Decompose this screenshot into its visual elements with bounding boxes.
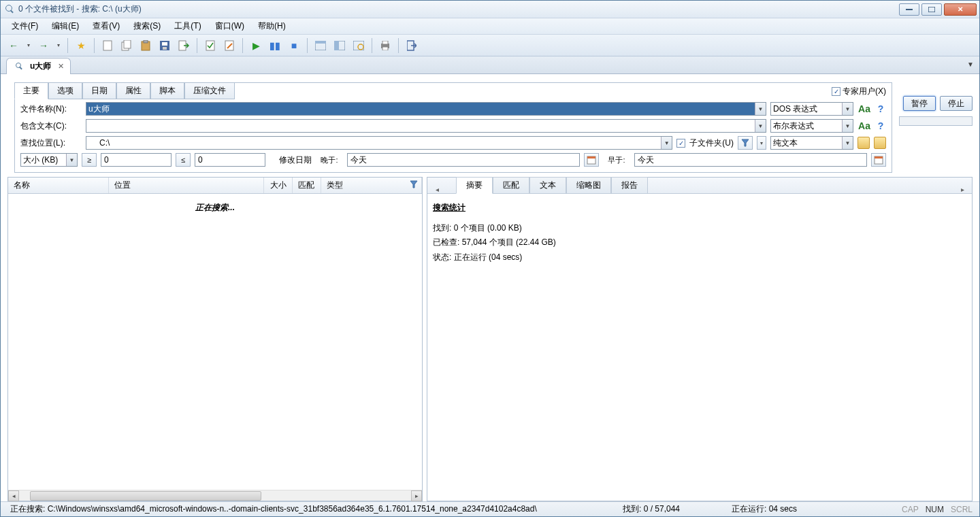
menu-help[interactable]: 帮助(H) bbox=[252, 18, 291, 34]
paste-button[interactable] bbox=[137, 37, 154, 54]
play-button[interactable]: ▶ bbox=[247, 37, 265, 54]
filter-menu[interactable]: ▾ bbox=[757, 136, 766, 150]
chevron-down-icon[interactable]: ▼ bbox=[842, 137, 853, 149]
size-unit-select[interactable]: 大小 (KB)▼ bbox=[20, 153, 78, 167]
maximize-button[interactable] bbox=[921, 3, 942, 16]
col-type[interactable]: 类型 bbox=[321, 178, 422, 193]
horizontal-scrollbar[interactable]: ◂ ▸ bbox=[8, 490, 422, 501]
chevron-down-icon[interactable]: ▼ bbox=[755, 120, 766, 132]
nav-forward-button[interactable]: → bbox=[35, 37, 52, 54]
calendar-icon[interactable] bbox=[584, 153, 599, 167]
save-button[interactable] bbox=[156, 37, 174, 54]
help-icon[interactable]: ? bbox=[875, 120, 886, 131]
scroll-left-icon[interactable]: ◂ bbox=[8, 490, 19, 501]
search-tab[interactable]: u大师 ✕ bbox=[6, 58, 71, 74]
nav-back-button[interactable]: ← bbox=[5, 37, 22, 54]
tab-options[interactable]: 选项 bbox=[48, 82, 82, 99]
tab-nav-left[interactable]: ◂ bbox=[431, 186, 442, 193]
tab-report[interactable]: 报告 bbox=[611, 177, 648, 194]
tab-thumb[interactable]: 缩略图 bbox=[566, 177, 611, 194]
calendar-icon[interactable] bbox=[871, 153, 886, 167]
expert-mode-checkbox[interactable]: ✓专家用户(X) bbox=[832, 86, 886, 97]
chevron-down-icon[interactable]: ▼ bbox=[842, 103, 853, 115]
size-min-op[interactable]: ≥ bbox=[82, 153, 97, 167]
title-bar[interactable]: 0 个文件被找到 - 搜索: C:\ (u大师) ✕ bbox=[1, 1, 979, 18]
close-button[interactable]: ✕ bbox=[944, 3, 977, 16]
scroll-thumb[interactable] bbox=[30, 491, 261, 501]
contains-expr-select[interactable]: 布尔表达式▼ bbox=[770, 119, 853, 133]
nav-back-menu[interactable]: ▾ bbox=[24, 37, 33, 54]
col-match[interactable]: 匹配 bbox=[293, 178, 321, 193]
tab-summary[interactable]: 摘要 bbox=[456, 177, 493, 194]
folder-icon[interactable] bbox=[858, 137, 870, 149]
favorite-button[interactable]: ★ bbox=[72, 37, 90, 54]
stop-search-button[interactable]: 停止 bbox=[940, 96, 973, 111]
doc-edit-button[interactable] bbox=[220, 37, 238, 54]
refresh-button[interactable] bbox=[350, 37, 368, 54]
chevron-down-icon[interactable]: ▼ bbox=[661, 137, 672, 149]
tab-menu-icon[interactable]: ▼ bbox=[967, 61, 974, 68]
print-button[interactable] bbox=[376, 37, 394, 54]
status-running: 正在运行: 04 secs bbox=[726, 503, 849, 515]
svg-rect-1 bbox=[928, 7, 935, 12]
case-toggle[interactable]: Aa bbox=[858, 103, 871, 114]
tab-date[interactable]: 日期 bbox=[82, 82, 116, 99]
help-icon[interactable]: ? bbox=[875, 103, 886, 114]
tab-text[interactable]: 文本 bbox=[529, 177, 566, 194]
export-button[interactable] bbox=[175, 37, 193, 54]
filename-expr-select[interactable]: DOS 表达式▼ bbox=[770, 102, 853, 116]
layout2-button[interactable] bbox=[331, 37, 348, 54]
pause-button[interactable]: ▮▮ bbox=[266, 37, 284, 54]
tab-main[interactable]: 主要 bbox=[14, 82, 48, 99]
menu-window[interactable]: 窗口(W) bbox=[210, 18, 250, 34]
scroll-right-icon[interactable]: ▸ bbox=[411, 490, 422, 501]
tab-script[interactable]: 脚本 bbox=[150, 82, 184, 99]
pause-search-button[interactable]: 暂停 bbox=[903, 96, 936, 111]
menu-edit[interactable]: 编辑(E) bbox=[46, 18, 84, 34]
subfolders-label: 子文件夹(U) bbox=[689, 137, 734, 149]
summary-heading: 搜索统计 bbox=[433, 201, 966, 216]
menu-view[interactable]: 查看(V) bbox=[87, 18, 125, 34]
new-doc-button[interactable] bbox=[99, 37, 116, 54]
date-later-input[interactable]: 今天 bbox=[347, 153, 580, 167]
menu-tools[interactable]: 工具(T) bbox=[169, 18, 206, 34]
tab-nav-right[interactable]: ▸ bbox=[957, 186, 968, 193]
lookin-expr-select[interactable]: 纯文本▼ bbox=[770, 136, 853, 150]
filename-input[interactable]: u大师▼ bbox=[86, 102, 766, 116]
nav-forward-menu[interactable]: ▾ bbox=[54, 37, 63, 54]
size-max-input[interactable]: 0 bbox=[195, 153, 265, 167]
svg-rect-14 bbox=[315, 41, 326, 44]
col-name[interactable]: 名称 bbox=[8, 178, 109, 193]
col-location[interactable]: 位置 bbox=[109, 178, 264, 193]
copy-button[interactable] bbox=[118, 37, 135, 54]
exit-button[interactable] bbox=[403, 37, 421, 54]
case-toggle[interactable]: Aa bbox=[858, 120, 871, 131]
app-icon bbox=[5, 4, 16, 15]
tab-match[interactable]: 匹配 bbox=[493, 177, 529, 194]
chevron-down-icon[interactable]: ▼ bbox=[66, 154, 77, 166]
doc-check-button[interactable] bbox=[201, 37, 219, 54]
menu-file[interactable]: 文件(F) bbox=[6, 18, 44, 34]
contains-input[interactable]: ▼ bbox=[86, 119, 766, 133]
minimize-button[interactable] bbox=[899, 3, 919, 16]
menu-search[interactable]: 搜索(S) bbox=[128, 18, 166, 34]
subfolders-checkbox[interactable]: ✓ bbox=[676, 139, 685, 148]
size-min-input[interactable]: 0 bbox=[101, 153, 172, 167]
size-max-op[interactable]: ≤ bbox=[176, 153, 191, 167]
tab-close-icon[interactable]: ✕ bbox=[56, 63, 65, 71]
tab-attrs[interactable]: 属性 bbox=[116, 82, 150, 99]
date-earlier-input[interactable]: 今天 bbox=[634, 153, 867, 167]
lookin-input[interactable]: C:\▼ bbox=[86, 136, 672, 150]
tab-archive[interactable]: 压缩文件 bbox=[184, 82, 235, 99]
details-pane: ◂ 摘要 匹配 文本 缩略图 报告 ▸ 搜索统计 找到: 0 个项目 (0.00… bbox=[427, 177, 973, 501]
layout1-button[interactable] bbox=[312, 37, 329, 54]
stop-button[interactable]: ■ bbox=[285, 37, 303, 54]
status-found: 找到: 0 / 57,044 bbox=[617, 503, 726, 515]
filter-button[interactable] bbox=[738, 136, 753, 150]
folder-add-icon[interactable] bbox=[874, 137, 886, 149]
criteria-panel: 主要 选项 日期 属性 脚本 压缩文件 ✓专家用户(X) 文件名称(N): u大… bbox=[14, 82, 892, 173]
filter-icon[interactable] bbox=[410, 180, 419, 190]
col-size[interactable]: 大小 bbox=[264, 178, 293, 193]
chevron-down-icon[interactable]: ▼ bbox=[842, 120, 853, 132]
chevron-down-icon[interactable]: ▼ bbox=[755, 103, 766, 115]
